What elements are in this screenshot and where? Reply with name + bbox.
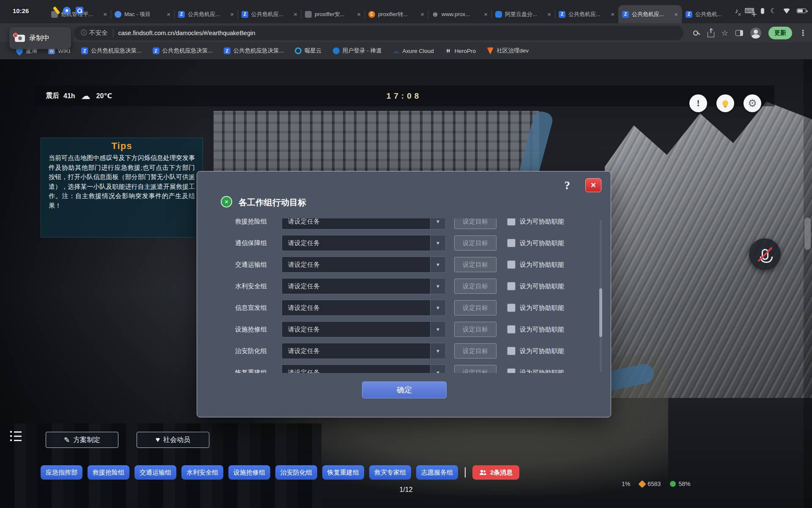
set-target-button[interactable]: 设定目标 [454,343,497,359]
task-select[interactable]: 请设定任务▼ [282,300,446,316]
page-scrollbar-track[interactable] [804,59,812,508]
task-select[interactable]: 请设定任务▼ [282,364,446,373]
simulation-viewport[interactable]: 震后 41h ☁ 20℃ 17:08 ! ⚙ Tips 当前可点击地图中感叹号及… [0,59,812,508]
browser-tab[interactable]: proxiffer安... × [301,5,365,23]
dept-security-button[interactable]: 治安防化组 [275,465,317,480]
plan-button[interactable]: ✎ 方案制定 [46,432,118,448]
mic-status-icon[interactable] [761,8,764,14]
set-target-button[interactable]: 设定目标 [454,300,497,315]
tab-favicon-icon: Z [241,11,248,18]
screen-recording-badge[interactable]: 录制中 [9,27,71,49]
dept-water-button[interactable]: 水利安全组 [181,465,223,480]
dept-rebuild-button[interactable]: 恢复重建组 [322,465,364,480]
tab-close-icon[interactable]: × [357,11,361,18]
browser-tab-active[interactable]: Z 公共危机应... × [618,5,682,23]
assist-checkbox[interactable] [507,260,516,269]
task-select[interactable]: 请设定任务▼ [282,278,446,294]
dialog-collapse-icon[interactable]: ✕ [221,196,232,207]
microphone-muted-button[interactable] [749,238,781,270]
browser-tab[interactable]: ⊕ www.prox... × [428,5,491,23]
mobilize-button[interactable]: ♥ 社会动员 [137,432,209,448]
keyboard-icon[interactable]: ⌨ [745,7,754,15]
task-select[interactable]: 请设定任务▼ [282,235,446,251]
hint-button[interactable] [716,94,734,112]
search-status-icon[interactable] [76,7,83,14]
music-note-icon[interactable]: ♪ [735,7,738,15]
bookmark-item[interactable]: 用户登录 - 禅道 [333,47,382,55]
address-bar[interactable]: ⓘ 不安全 case.findsoft.com.cn/damocles/#/ea… [74,26,683,40]
group-list-scroll-area[interactable]: 救援抢险组 请设定任务▼ 设定目标 设为可协助职能 通信保障组 请设定任务▼ 设… [197,218,611,373]
close-icon[interactable]: ✕ [585,178,601,192]
tab-close-icon[interactable]: × [547,11,551,18]
bookmark-item[interactable]: 社区治理dev [487,47,529,55]
bookmark-item[interactable]: 喔星云 [295,47,322,55]
dept-rescue-button[interactable]: 救援抢险组 [88,465,129,480]
messages-button[interactable]: 2条消息 [472,465,519,480]
menu-kebab-icon[interactable]: ⋮ [799,28,807,38]
passwords-key-icon[interactable] [693,29,700,37]
tab-close-icon[interactable]: × [674,11,678,18]
browser-tab[interactable]: C proxifier转... × [365,5,428,23]
bookmark-item[interactable]: Z公共危机应急决策... [81,47,141,55]
site-info-icon[interactable]: ⓘ [81,29,87,37]
assist-checkbox[interactable] [507,239,516,247]
side-panel-icon[interactable] [735,30,743,36]
confirm-button[interactable]: 确定 [362,381,447,398]
browser-tab[interactable]: Mac - 项目 × [111,5,174,23]
dept-experts-button[interactable]: 救灾专家组 [369,465,411,480]
set-target-button[interactable]: 设定目标 [454,257,497,272]
tab-close-icon[interactable]: × [103,11,107,18]
assist-checkbox[interactable] [507,368,516,373]
bookmark-item[interactable]: Z公共危机应急决策... [224,47,284,55]
dept-repair-button[interactable]: 设施抢修组 [228,465,270,480]
divider [465,467,466,478]
profile-avatar[interactable] [750,28,761,39]
assist-checkbox[interactable] [507,218,516,226]
set-target-button[interactable]: 设定目标 [454,279,497,294]
dept-volunteers-button[interactable]: 志愿服务组 [416,465,458,480]
tab-close-icon[interactable]: × [611,11,614,18]
group-label: 救援抢险组 [197,218,267,226]
browser-tab[interactable]: Z 公共危机应... × [174,5,238,23]
settings-button[interactable]: ⚙ [743,94,761,112]
bookmark-item[interactable]: HHeroPro [445,47,476,54]
tab-close-icon[interactable]: × [420,11,424,18]
set-target-button[interactable]: 设定目标 [454,322,497,337]
moon-icon[interactable]: ☾ [771,7,776,15]
bookmark-item[interactable]: Z公共危机应急决策... [153,47,213,55]
share-icon[interactable] [708,32,714,37]
tab-close-icon[interactable]: × [167,11,170,18]
set-target-button[interactable]: 设定目标 [454,365,497,373]
tab-close-icon[interactable]: × [230,11,234,18]
dept-transport-button[interactable]: 交通运输组 [134,465,176,480]
page-scrollbar-thumb[interactable] [804,218,811,250]
scrollbar-thumb[interactable] [599,288,602,337]
bookmark-item[interactable]: ☁Axure Cloud [393,47,434,54]
bookmark-star-icon[interactable]: ☆ [721,28,728,38]
security-label[interactable]: 不安全 [89,29,113,37]
wifi-icon[interactable] [783,8,790,14]
tab-title: 公共危机... [695,11,735,18]
assist-checkbox[interactable] [507,282,516,290]
task-select[interactable]: 请设定任务▼ [282,343,446,359]
battery-icon[interactable] [797,8,806,13]
dept-command-button[interactable]: 应急指挥部 [41,465,82,480]
browser-tab[interactable]: 阿里云盘分... × [491,5,555,23]
alerts-button[interactable]: ! [689,94,707,112]
task-select[interactable]: 请设定任务▼ [282,321,446,337]
task-select[interactable]: 请设定任务▼ [282,257,446,273]
browser-tab[interactable]: Z 公共危机应... × [238,5,301,23]
tab-close-icon[interactable]: × [484,11,488,18]
assist-checkbox[interactable] [507,304,516,312]
task-select[interactable]: 请设定任务▼ [282,218,446,229]
update-button[interactable]: 更新 [768,27,792,39]
pin-status-icon[interactable] [63,7,71,14]
assist-checkbox[interactable] [507,347,516,355]
tab-close-icon[interactable]: × [294,11,297,18]
browser-tab[interactable]: Z 公共危机应... × [555,5,618,23]
set-target-button[interactable]: 设定目标 [454,218,497,229]
set-target-button[interactable]: 设定目标 [454,235,497,251]
menu-list-icon[interactable] [10,431,22,441]
help-icon[interactable]: ? [565,179,571,192]
assist-checkbox[interactable] [507,325,516,334]
